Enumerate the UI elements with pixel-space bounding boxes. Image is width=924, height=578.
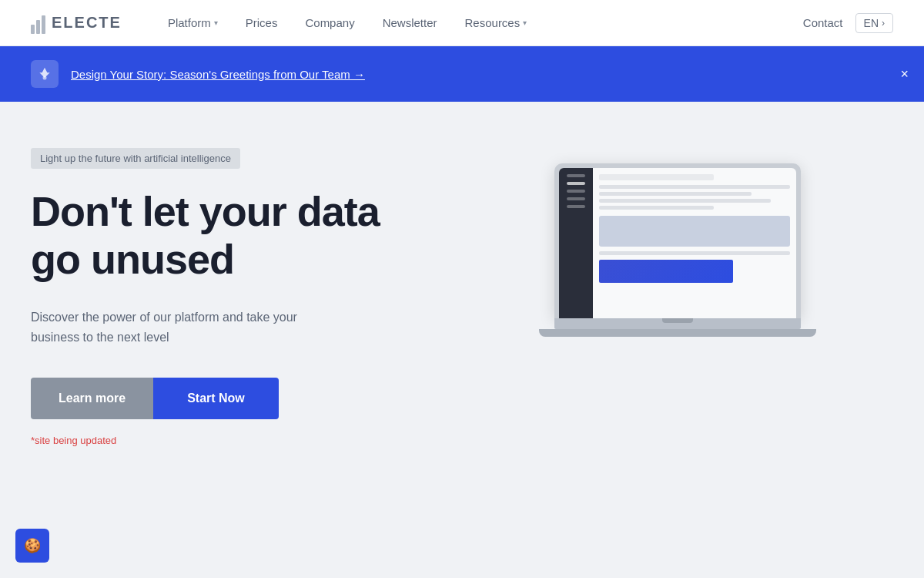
logo-text: ELECTE — [52, 14, 122, 32]
announcement-banner: Design Your Story: Season's Greetings fr… — [0, 46, 924, 102]
banner-icon — [31, 60, 59, 88]
platform-chevron-icon: ▾ — [214, 18, 218, 27]
logo-bar-2 — [36, 20, 40, 34]
nav-right: Contact EN › — [803, 13, 893, 33]
resources-chevron-icon: ▾ — [523, 18, 527, 27]
laptop-notch — [662, 318, 693, 323]
hero-buttons: Learn more Start Now — [31, 378, 416, 419]
start-now-button[interactable]: Start Now — [153, 378, 279, 419]
screen-line-3 — [599, 199, 771, 203]
screen-header — [599, 174, 714, 180]
navbar: ELECTE Platform ▾ Prices Company Newslet… — [0, 0, 924, 46]
lang-selector[interactable]: EN › — [855, 13, 893, 33]
hero-section: Light up the future with artificial inte… — [0, 102, 924, 477]
nav-links: Platform ▾ Prices Company Newsletter Res… — [168, 16, 803, 29]
screen-line-1 — [599, 185, 790, 189]
nav-resources[interactable]: Resources ▾ — [465, 16, 527, 29]
screen-content — [559, 168, 796, 318]
hero-tag: Light up the future with artificial inte… — [31, 148, 240, 169]
sidebar-item-4 — [567, 197, 585, 200]
laptop-base — [554, 318, 801, 329]
screen-sidebar — [559, 168, 593, 318]
nav-newsletter[interactable]: Newsletter — [383, 16, 437, 29]
sidebar-item-3 — [567, 190, 585, 193]
hero-subtitle: Discover the power of our platform and t… — [31, 307, 323, 347]
laptop-screen — [559, 168, 796, 318]
hero-title: Don't let your data go unused — [31, 187, 416, 283]
screen-main-area — [593, 168, 796, 318]
screen-content-block — [599, 216, 790, 247]
lang-arrow-icon: › — [882, 18, 885, 29]
site-notice: *site being updated — [31, 435, 416, 446]
cookie-button[interactable]: 🍪 — [15, 529, 49, 563]
hero-content: Light up the future with artificial inte… — [31, 148, 416, 446]
svg-point-0 — [43, 76, 47, 80]
screen-chart — [599, 260, 733, 283]
laptop-illustration — [554, 163, 801, 329]
laptop-screen-wrapper — [554, 163, 801, 318]
banner-link[interactable]: Design Your Story: Season's Greetings fr… — [71, 68, 365, 81]
sidebar-item-5 — [567, 205, 585, 208]
learn-more-button[interactable]: Learn more — [31, 378, 153, 419]
nav-platform[interactable]: Platform ▾ — [168, 16, 218, 29]
sidebar-item-2 — [567, 182, 585, 185]
lang-label: EN — [864, 17, 879, 29]
screen-line-5 — [599, 251, 790, 255]
screen-line-2 — [599, 192, 752, 196]
nav-contact[interactable]: Contact — [803, 16, 843, 29]
logo-bar-1 — [31, 25, 35, 34]
banner-close-button[interactable]: × — [900, 67, 909, 81]
nav-company[interactable]: Company — [305, 16, 354, 29]
party-icon — [37, 66, 52, 82]
logo[interactable]: ELECTE — [31, 12, 122, 34]
screen-line-4 — [599, 206, 714, 210]
logo-icon — [31, 12, 45, 34]
sidebar-item-1 — [567, 174, 585, 177]
hero-illustration — [462, 148, 893, 329]
logo-bar-3 — [42, 15, 45, 34]
nav-prices[interactable]: Prices — [246, 16, 278, 29]
